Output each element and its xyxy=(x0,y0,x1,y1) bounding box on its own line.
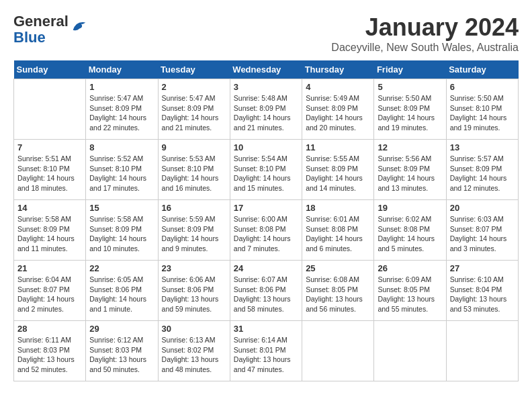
col-header-sunday: Sunday xyxy=(14,60,86,79)
col-header-wednesday: Wednesday xyxy=(230,60,302,79)
day-number: 25 xyxy=(306,263,370,273)
col-header-monday: Monday xyxy=(86,60,158,79)
day-number: 10 xyxy=(234,142,298,152)
calendar-cell: 18Sunrise: 6:01 AM Sunset: 8:08 PM Dayli… xyxy=(302,200,374,261)
day-info: Sunrise: 6:04 AM Sunset: 8:07 PM Dayligh… xyxy=(17,275,82,314)
col-header-tuesday: Tuesday xyxy=(158,60,230,79)
day-number: 11 xyxy=(306,142,370,152)
calendar-cell: 23Sunrise: 6:06 AM Sunset: 8:06 PM Dayli… xyxy=(158,261,230,321)
day-info: Sunrise: 6:05 AM Sunset: 8:06 PM Dayligh… xyxy=(89,275,154,314)
day-info: Sunrise: 6:07 AM Sunset: 8:06 PM Dayligh… xyxy=(234,275,298,314)
calendar-cell: 16Sunrise: 5:59 AM Sunset: 8:09 PM Dayli… xyxy=(158,200,230,261)
page-header: General Blue January 2024 Daceyville, Ne… xyxy=(13,13,519,54)
day-number: 2 xyxy=(162,82,226,92)
calendar-cell: 2Sunrise: 5:47 AM Sunset: 8:09 PM Daylig… xyxy=(158,79,230,140)
day-number: 27 xyxy=(450,263,515,273)
day-info: Sunrise: 6:06 AM Sunset: 8:06 PM Dayligh… xyxy=(162,275,226,314)
calendar-cell: 12Sunrise: 5:56 AM Sunset: 8:09 PM Dayli… xyxy=(374,140,446,200)
day-info: Sunrise: 6:01 AM Sunset: 8:08 PM Dayligh… xyxy=(306,214,370,254)
calendar-cell: 17Sunrise: 6:00 AM Sunset: 8:08 PM Dayli… xyxy=(230,200,302,261)
week-row-2: 7Sunrise: 5:51 AM Sunset: 8:10 PM Daylig… xyxy=(14,140,519,200)
calendar-cell: 25Sunrise: 6:08 AM Sunset: 8:05 PM Dayli… xyxy=(302,261,374,321)
calendar-cell: 6Sunrise: 5:50 AM Sunset: 8:10 PM Daylig… xyxy=(446,79,518,140)
logo: General Blue xyxy=(13,13,89,46)
title-section: January 2024 Daceyville, New South Wales… xyxy=(331,13,519,54)
calendar-cell xyxy=(302,321,374,381)
calendar-cell: 5Sunrise: 5:50 AM Sunset: 8:09 PM Daylig… xyxy=(374,79,446,140)
day-info: Sunrise: 5:51 AM Sunset: 8:10 PM Dayligh… xyxy=(17,154,82,193)
day-info: Sunrise: 5:56 AM Sunset: 8:09 PM Dayligh… xyxy=(378,154,442,193)
calendar-cell: 4Sunrise: 5:49 AM Sunset: 8:09 PM Daylig… xyxy=(302,79,374,140)
calendar-cell: 21Sunrise: 6:04 AM Sunset: 8:07 PM Dayli… xyxy=(14,261,86,321)
day-info: Sunrise: 5:48 AM Sunset: 8:09 PM Dayligh… xyxy=(234,93,298,133)
day-info: Sunrise: 5:50 AM Sunset: 8:10 PM Dayligh… xyxy=(450,93,515,133)
logo-bird-icon xyxy=(70,17,89,36)
day-number: 1 xyxy=(89,82,154,92)
day-info: Sunrise: 5:54 AM Sunset: 8:10 PM Dayligh… xyxy=(234,154,298,193)
day-info: Sunrise: 6:08 AM Sunset: 8:05 PM Dayligh… xyxy=(306,275,370,314)
day-number: 19 xyxy=(378,203,442,213)
calendar-cell: 22Sunrise: 6:05 AM Sunset: 8:06 PM Dayli… xyxy=(86,261,158,321)
calendar-cell: 7Sunrise: 5:51 AM Sunset: 8:10 PM Daylig… xyxy=(14,140,86,200)
calendar-cell: 8Sunrise: 5:52 AM Sunset: 8:10 PM Daylig… xyxy=(86,140,158,200)
day-number: 9 xyxy=(162,142,226,152)
day-info: Sunrise: 6:02 AM Sunset: 8:08 PM Dayligh… xyxy=(378,214,442,254)
calendar-cell xyxy=(374,321,446,381)
day-number: 5 xyxy=(378,82,442,92)
calendar-cell: 20Sunrise: 6:03 AM Sunset: 8:07 PM Dayli… xyxy=(446,200,518,261)
logo-blue: Blue xyxy=(13,29,46,46)
day-info: Sunrise: 5:57 AM Sunset: 8:09 PM Dayligh… xyxy=(450,154,515,193)
day-info: Sunrise: 6:09 AM Sunset: 8:05 PM Dayligh… xyxy=(378,275,442,314)
col-header-saturday: Saturday xyxy=(446,60,518,79)
day-number: 14 xyxy=(17,203,82,213)
calendar-cell: 9Sunrise: 5:53 AM Sunset: 8:10 PM Daylig… xyxy=(158,140,230,200)
day-number: 4 xyxy=(306,82,370,92)
month-title: January 2024 xyxy=(331,13,519,42)
week-row-5: 28Sunrise: 6:11 AM Sunset: 8:03 PM Dayli… xyxy=(14,321,519,381)
day-number: 15 xyxy=(89,203,154,213)
day-number: 13 xyxy=(450,142,515,152)
day-number: 12 xyxy=(378,142,442,152)
day-number: 7 xyxy=(17,142,82,152)
day-number: 6 xyxy=(450,82,515,92)
calendar-cell: 13Sunrise: 5:57 AM Sunset: 8:09 PM Dayli… xyxy=(446,140,518,200)
week-row-3: 14Sunrise: 5:58 AM Sunset: 8:09 PM Dayli… xyxy=(14,200,519,261)
day-info: Sunrise: 6:03 AM Sunset: 8:07 PM Dayligh… xyxy=(450,214,515,254)
day-info: Sunrise: 6:13 AM Sunset: 8:02 PM Dayligh… xyxy=(162,335,226,375)
day-info: Sunrise: 5:53 AM Sunset: 8:10 PM Dayligh… xyxy=(162,154,226,193)
day-number: 22 xyxy=(89,263,154,273)
day-number: 28 xyxy=(17,324,82,334)
header-row: SundayMondayTuesdayWednesdayThursdayFrid… xyxy=(14,60,519,79)
calendar-cell: 29Sunrise: 6:12 AM Sunset: 8:03 PM Dayli… xyxy=(86,321,158,381)
day-info: Sunrise: 6:11 AM Sunset: 8:03 PM Dayligh… xyxy=(17,335,82,375)
calendar-cell: 30Sunrise: 6:13 AM Sunset: 8:02 PM Dayli… xyxy=(158,321,230,381)
day-info: Sunrise: 5:58 AM Sunset: 8:09 PM Dayligh… xyxy=(17,214,82,254)
col-header-thursday: Thursday xyxy=(302,60,374,79)
day-info: Sunrise: 6:10 AM Sunset: 8:04 PM Dayligh… xyxy=(450,275,515,314)
day-info: Sunrise: 6:00 AM Sunset: 8:08 PM Dayligh… xyxy=(234,214,298,254)
calendar-cell: 11Sunrise: 5:55 AM Sunset: 8:09 PM Dayli… xyxy=(302,140,374,200)
day-number: 29 xyxy=(89,324,154,334)
day-info: Sunrise: 5:47 AM Sunset: 8:09 PM Dayligh… xyxy=(162,93,226,133)
calendar-cell: 3Sunrise: 5:48 AM Sunset: 8:09 PM Daylig… xyxy=(230,79,302,140)
day-info: Sunrise: 5:59 AM Sunset: 8:09 PM Dayligh… xyxy=(162,214,226,254)
day-number: 20 xyxy=(450,203,515,213)
day-info: Sunrise: 5:49 AM Sunset: 8:09 PM Dayligh… xyxy=(306,93,370,133)
calendar-cell: 24Sunrise: 6:07 AM Sunset: 8:06 PM Dayli… xyxy=(230,261,302,321)
day-number: 30 xyxy=(162,324,226,334)
calendar-table: SundayMondayTuesdayWednesdayThursdayFrid… xyxy=(13,60,519,381)
week-row-1: 1Sunrise: 5:47 AM Sunset: 8:09 PM Daylig… xyxy=(14,79,519,140)
day-info: Sunrise: 6:14 AM Sunset: 8:01 PM Dayligh… xyxy=(234,335,298,375)
day-number: 16 xyxy=(162,203,226,213)
calendar-cell: 31Sunrise: 6:14 AM Sunset: 8:01 PM Dayli… xyxy=(230,321,302,381)
col-header-friday: Friday xyxy=(374,60,446,79)
day-number: 18 xyxy=(306,203,370,213)
calendar-cell: 26Sunrise: 6:09 AM Sunset: 8:05 PM Dayli… xyxy=(374,261,446,321)
calendar-cell: 27Sunrise: 6:10 AM Sunset: 8:04 PM Dayli… xyxy=(446,261,518,321)
calendar-cell xyxy=(446,321,518,381)
calendar-cell: 1Sunrise: 5:47 AM Sunset: 8:09 PM Daylig… xyxy=(86,79,158,140)
day-info: Sunrise: 6:12 AM Sunset: 8:03 PM Dayligh… xyxy=(89,335,154,375)
day-number: 17 xyxy=(234,203,298,213)
day-info: Sunrise: 5:52 AM Sunset: 8:10 PM Dayligh… xyxy=(89,154,154,193)
location-subtitle: Daceyville, New South Wales, Australia xyxy=(331,42,519,54)
